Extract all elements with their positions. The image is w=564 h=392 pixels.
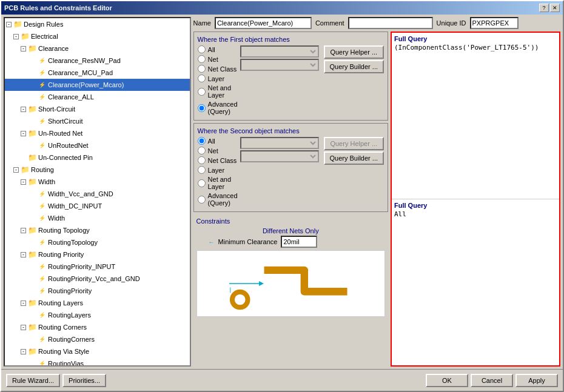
second-net-radio[interactable] xyxy=(198,147,206,154)
tree-item-mcu[interactable]: ⚡ Clearance_MCU_Pad xyxy=(5,67,190,79)
toggle-short[interactable]: - xyxy=(21,107,26,112)
tree-item-routing-priority[interactable]: - 📁 Routing Priority xyxy=(5,248,190,261)
first-layer-radio[interactable] xyxy=(198,75,206,82)
second-net-label: Net xyxy=(208,147,218,154)
ok-button[interactable]: OK xyxy=(426,374,468,387)
rule-icon: ⚡ xyxy=(37,80,47,90)
toggle-routing-via[interactable]: - xyxy=(21,349,26,354)
second-query-helper-btn[interactable]: Query Helper ... xyxy=(324,137,384,150)
toggle-design-rules[interactable]: - xyxy=(6,22,12,27)
toggle-unrouted[interactable]: - xyxy=(21,131,26,136)
second-query-builder-btn[interactable]: Query Builder ... xyxy=(324,151,384,165)
tree-item-width-dc[interactable]: ⚡ Width_DC_INPUT xyxy=(5,200,190,212)
tree-item-routingpriority[interactable]: ⚡ RoutingPriority xyxy=(5,285,190,297)
first-all-radio[interactable] xyxy=(198,45,206,53)
tree-item-routingcorners[interactable]: ⚡ RoutingCorners xyxy=(5,333,190,345)
second-all-row: All xyxy=(198,137,238,145)
tree-scroll[interactable]: - 📁 Design Rules - 📁 Electrical - xyxy=(5,18,190,365)
tree-item-unconnected-pin[interactable]: 📁 Un-Connected Pin xyxy=(5,151,190,164)
diff-nets-label: Different Nets Only xyxy=(196,227,385,234)
tree-item-short-circuit[interactable]: - 📁 Short-Circuit xyxy=(5,103,190,115)
rule-icon: ⚡ xyxy=(37,92,47,102)
tree-item-routinglayers[interactable]: ⚡ RoutingLayers xyxy=(5,309,190,321)
second-advanced-radio[interactable] xyxy=(198,196,206,204)
tree-item-routingpriority-vcc[interactable]: ⚡ RoutingPriority_Vcc_and_GND xyxy=(5,273,190,285)
tree-item-clearance[interactable]: - 📁 Clearance xyxy=(5,42,190,55)
tree-item-shortcircuit[interactable]: ⚡ ShortCircuit xyxy=(5,115,190,127)
second-layer-row: Layer xyxy=(198,166,238,174)
tree-item-electrical[interactable]: - 📁 Electrical xyxy=(5,30,190,42)
toggle-electrical[interactable]: - xyxy=(13,34,19,39)
tree-item-width[interactable]: - 📁 Width xyxy=(5,176,190,188)
tree-label: Clearance_ALL xyxy=(48,93,94,101)
tree-item-design-rules[interactable]: - 📁 Design Rules xyxy=(5,18,190,30)
toggle-clearance[interactable]: - xyxy=(21,46,26,51)
first-query-builder-btn[interactable]: Query Builder ... xyxy=(324,60,384,73)
rule-icon: ⚡ xyxy=(37,359,47,365)
rule-icon: ⚡ xyxy=(37,238,47,247)
toggle-routing-corners[interactable]: - xyxy=(21,325,26,330)
second-netclass-radio[interactable] xyxy=(198,156,206,164)
tree-item-routing-topology[interactable]: - 📁 Routing Topology xyxy=(5,224,190,236)
first-net-radio[interactable] xyxy=(198,55,206,63)
second-advanced-row: Advanced (Query) xyxy=(198,192,238,207)
help-button[interactable]: ? xyxy=(539,4,549,12)
first-dropdown-1[interactable] xyxy=(240,45,319,58)
second-all-radio[interactable] xyxy=(198,137,206,145)
second-dropdown-2[interactable] xyxy=(240,150,319,162)
second-netclass-row: Net Class xyxy=(198,156,238,164)
first-match-title: Where the First object matches xyxy=(198,36,384,43)
first-query-helper-btn[interactable]: Query Helper ... xyxy=(324,45,384,59)
tree-item-resnw[interactable]: ⚡ Clearance_ResNW_Pad xyxy=(5,55,190,67)
tree-item-routing-corners[interactable]: - 📁 Routing Corners xyxy=(5,321,190,333)
tree-item-width-plain[interactable]: ⚡ Width xyxy=(5,212,190,224)
tree-label: RoutingTopology xyxy=(48,239,98,246)
tree-item-clearance-all[interactable]: ⚡ Clearance_ALL xyxy=(5,91,190,103)
query-section-2: Full Query All xyxy=(392,199,559,365)
tree-item-width-vcc[interactable]: ⚡ Width_Vcc_and_GND xyxy=(5,188,190,200)
title-bar: PCB Rules and Constraints Editor ? ✕ xyxy=(1,1,563,15)
cancel-button[interactable]: Cancel xyxy=(471,374,513,387)
tree-item-routingpriority-input[interactable]: ⚡ RoutingPriority_INPUT xyxy=(5,261,190,273)
tree-item-unrouted-net[interactable]: - 📁 Un-Routed Net xyxy=(5,127,190,139)
rule-icon: ⚡ xyxy=(37,286,47,296)
constraints-title: Constraints xyxy=(196,218,385,225)
min-clearance-label: Minimum Clearance xyxy=(218,238,278,245)
tree-item-routing-via-style[interactable]: - 📁 Routing Via Style xyxy=(5,345,190,357)
tree-label: UnRoutedNet xyxy=(48,142,89,149)
tree-item-power-mcaro[interactable]: ⚡ Clearance(Power_Mcaro) xyxy=(5,79,190,91)
uid-input[interactable] xyxy=(470,17,519,29)
toggle-routing-topology[interactable]: - xyxy=(21,228,26,233)
tree-item-routingtopology[interactable]: ⚡ RoutingTopology xyxy=(5,236,190,248)
rule-wizard-button[interactable]: Rule Wizard... xyxy=(6,374,60,387)
close-button[interactable]: ✕ xyxy=(550,4,560,12)
first-dropdown-2[interactable] xyxy=(240,59,319,71)
min-clearance-input[interactable] xyxy=(281,236,317,248)
tree-item-routing[interactable]: - 📁 Routing xyxy=(5,164,190,176)
tree-label: Un-Connected Pin xyxy=(38,154,93,161)
tree-item-unroutednet[interactable]: ⚡ UnRoutedNet xyxy=(5,139,190,151)
main-area: Where the First object matches All Net xyxy=(193,32,560,367)
toggle-routing-priority[interactable]: - xyxy=(21,252,26,257)
second-net-row: Net xyxy=(198,147,238,154)
toggle-width[interactable]: - xyxy=(21,179,26,185)
comment-input[interactable] xyxy=(348,17,433,29)
first-advanced-radio[interactable] xyxy=(198,104,206,112)
second-all-label: All xyxy=(208,138,215,145)
first-net-row: Net xyxy=(198,55,238,63)
second-dropdown-1[interactable] xyxy=(240,137,319,149)
apply-button[interactable]: Apply xyxy=(515,374,558,387)
tree-label: Routing Via Style xyxy=(38,348,89,355)
first-netlayer-radio[interactable] xyxy=(198,88,206,96)
folder-icon: 📁 xyxy=(20,32,30,41)
name-input[interactable] xyxy=(215,17,312,29)
tree-item-routingvias[interactable]: ⚡ RoutingVias xyxy=(5,357,190,365)
toggle-routing-layers[interactable]: - xyxy=(21,301,26,306)
first-netclass-radio[interactable] xyxy=(198,65,206,73)
first-netlayer-label: Net and Layer xyxy=(208,84,238,99)
toggle-routing[interactable]: - xyxy=(13,167,19,173)
second-netlayer-radio[interactable] xyxy=(198,179,206,187)
priorities-button[interactable]: Priorities... xyxy=(62,374,106,387)
second-layer-radio[interactable] xyxy=(198,166,206,174)
tree-item-routing-layers[interactable]: - 📁 Routing Layers xyxy=(5,297,190,309)
